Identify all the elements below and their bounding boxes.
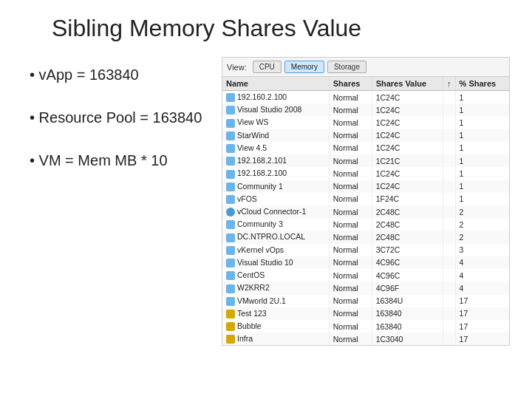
cloud-icon <box>226 208 235 216</box>
cell-shares-value: 1C3040 <box>372 332 443 345</box>
cell-name: 192.160.2.100 <box>222 91 329 104</box>
vm-icon <box>226 220 235 229</box>
cell-sort <box>443 332 456 345</box>
cell-pct: 1 <box>455 129 509 142</box>
cell-shares: Normal <box>329 205 372 218</box>
cell-shares-value: 1C24C <box>372 103 443 116</box>
vm-icon <box>226 233 235 242</box>
cell-shares: Normal <box>329 269 372 282</box>
bullet-points: • vApp = 163840 • Resource Pool = 163840… <box>22 57 214 193</box>
table-header: Name Shares Shares Value ↑ % Shares <box>222 77 509 91</box>
cell-pct: 1 <box>455 116 509 129</box>
cell-shares-value: 4C96C <box>372 269 443 282</box>
table-row: vFOS Normal 1F24C 1 <box>222 193 509 205</box>
vm-icon <box>226 170 235 179</box>
vm-icon <box>226 195 235 204</box>
cell-shares: Normal <box>329 167 372 180</box>
cell-shares: Normal <box>329 282 372 294</box>
cell-shares: Normal <box>329 307 372 320</box>
cell-shares-value: 2C48C <box>372 218 443 231</box>
table-row: Infra Normal 1C3040 17 <box>222 332 509 345</box>
cell-sort <box>443 154 456 167</box>
cell-name: CentOS <box>222 269 329 282</box>
table-row: W2KRR2 Normal 4C96F 4 <box>222 282 509 294</box>
cell-shares-value: 1C24C <box>372 142 443 154</box>
cell-sort <box>443 256 456 269</box>
cell-sort <box>443 307 456 320</box>
cell-pct: 4 <box>455 282 509 294</box>
col-shares: Shares <box>329 77 372 91</box>
cell-shares: Normal <box>329 244 372 256</box>
cell-pct: 1 <box>455 103 509 116</box>
cell-name: Test 123 <box>222 307 329 320</box>
vm-icon <box>226 246 235 255</box>
cell-shares-value: 1C24C <box>372 116 443 129</box>
vm-icon <box>226 259 235 267</box>
vm-icon <box>226 119 235 128</box>
cell-shares: Normal <box>329 116 372 129</box>
cell-pct: 17 <box>455 332 509 345</box>
bullet-2: • Resource Pool = 163840 <box>30 107 214 128</box>
cell-pct: 1 <box>455 91 509 104</box>
table-row: View 4.5 Normal 1C24C 1 <box>222 142 509 154</box>
table-row: View WS Normal 1C24C 1 <box>222 116 509 129</box>
cell-shares: Normal <box>329 154 372 167</box>
cell-pct: 1 <box>455 142 509 154</box>
table-row: StarWind Normal 1C24C 1 <box>222 129 509 142</box>
cell-sort <box>443 167 456 180</box>
table-row: Bubble Normal 163840 17 <box>222 320 509 332</box>
cell-name: 192.168.2.100 <box>222 167 329 180</box>
vm-icon <box>226 271 235 280</box>
cell-name: VMworld 2U.1 <box>222 295 329 307</box>
col-sort[interactable]: ↑ <box>443 77 456 91</box>
cell-name: vKernel vOps <box>222 244 329 256</box>
cell-pct: 17 <box>455 295 509 307</box>
rp-icon <box>226 335 235 344</box>
cell-name: DC.NTPRO.LOCAL <box>222 231 329 243</box>
cell-shares: Normal <box>329 142 372 154</box>
slide: Sibling Memory Shares Value • vApp = 163… <box>0 0 532 399</box>
cell-shares: Normal <box>329 320 372 332</box>
cell-sort <box>443 180 456 193</box>
cell-shares: Normal <box>329 180 372 193</box>
cell-shares-value: 2C48C <box>372 205 443 218</box>
cell-sort <box>443 142 456 154</box>
cell-shares: Normal <box>329 231 372 243</box>
table-row: vKernel vOps Normal 3C72C 3 <box>222 244 509 256</box>
bullet-3: • VM = Mem MB * 10 <box>30 150 214 171</box>
table-row: Visual Studio 10 Normal 4C96C 4 <box>222 256 509 269</box>
slide-title: Sibling Memory Shares Value <box>52 15 510 42</box>
cell-pct: 4 <box>455 269 509 282</box>
cell-sort <box>443 218 456 231</box>
cell-shares-value: 163840 <box>372 307 443 320</box>
cell-shares-value: 1C24C <box>372 167 443 180</box>
cell-sort <box>443 129 456 142</box>
cell-shares: Normal <box>329 193 372 205</box>
cell-pct: 2 <box>455 205 509 218</box>
cell-shares: Normal <box>329 103 372 116</box>
table-row: VMworld 2U.1 Normal 16384U 17 <box>222 295 509 307</box>
content-area: • vApp = 163840 • Resource Pool = 163840… <box>22 57 510 346</box>
vm-icon <box>226 297 235 306</box>
view-storage-button[interactable]: Storage <box>327 61 366 73</box>
cell-shares-value: 16384U <box>372 295 443 307</box>
cell-sort <box>443 193 456 205</box>
table-row: Community 3 Normal 2C48C 2 <box>222 218 509 231</box>
col-name: Name <box>222 77 329 91</box>
table-panel: View: CPU Memory Storage Name Shares Sha… <box>222 57 510 346</box>
cell-name: Visual Studio 2008 <box>222 103 329 116</box>
table-row: 192.160.2.100 Normal 1C24C 1 <box>222 91 509 104</box>
cell-shares: Normal <box>329 295 372 307</box>
cell-sort <box>443 91 456 104</box>
rp-icon <box>226 322 235 331</box>
cell-sort <box>443 103 456 116</box>
view-memory-button[interactable]: Memory <box>284 61 324 73</box>
cell-name: View 4.5 <box>222 142 329 154</box>
cell-shares-value: 3C72C <box>372 244 443 256</box>
view-bar: View: CPU Memory Storage <box>222 58 509 77</box>
cell-shares-value: 1F24C <box>372 193 443 205</box>
vm-icon <box>226 157 235 166</box>
table-body: 192.160.2.100 Normal 1C24C 1 Visual Stud… <box>222 91 509 346</box>
vm-icon <box>226 183 235 191</box>
view-cpu-button[interactable]: CPU <box>253 61 282 73</box>
